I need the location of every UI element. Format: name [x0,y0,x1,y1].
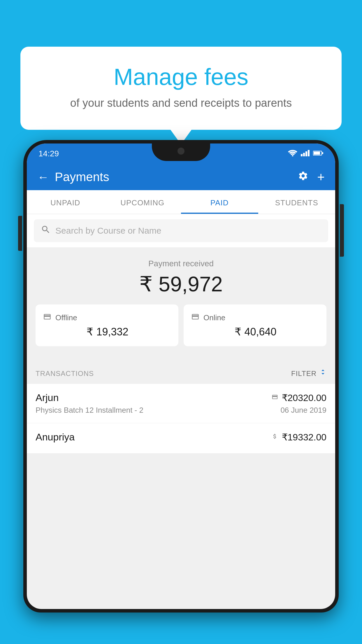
online-icon [191,313,200,323]
search-container: Search by Course or Name [27,214,335,247]
transaction-amount-value-arjun: ₹20320.00 [282,392,326,403]
transaction-top-anupriya: Anupriya ₹19332.00 [36,431,326,443]
camera-dot [178,148,184,155]
offline-label: Offline [55,313,77,322]
online-card-header: Online [191,313,319,323]
online-amount: ₹ 40,640 [191,326,319,338]
status-bar: 14:29 [27,144,335,164]
svg-rect-3 [305,151,307,156]
transaction-course-arjun: Physics Batch 12 Installment - 2 [36,406,143,415]
payment-received-label: Payment received [36,259,326,268]
transaction-row[interactable]: Arjun ₹20320.00 Physics Batch 12 Install… [27,384,335,423]
header-icons: + [298,170,325,184]
bubble-title: Manage fees [35,64,327,90]
transaction-amount-value-anupriya: ₹19332.00 [282,432,326,443]
svg-rect-4 [308,150,310,156]
tabs-bar: UNPAID UPCOMING PAID STUDENTS [27,190,335,214]
bubble-subtitle: of your students and send receipts to pa… [35,97,327,109]
svg-rect-6 [314,152,320,155]
offline-amount: ₹ 19,332 [43,326,171,338]
transactions-label: TRANSACTIONS [36,370,94,378]
phone-outer: 14:29 [23,140,339,612]
transaction-amount-arjun: ₹20320.00 [271,392,326,403]
offline-payment-card: Offline ₹ 19,332 [36,304,178,346]
offline-icon [43,313,52,323]
payment-received-section: Payment received ₹ 59,972 Offline [27,247,335,363]
svg-rect-7 [322,152,323,154]
svg-rect-1 [301,154,303,156]
search-placeholder-text: Search by Course or Name [55,226,161,236]
payment-received-amount: ₹ 59,972 [36,272,326,296]
svg-point-0 [292,155,294,156]
search-bar[interactable]: Search by Course or Name [34,219,328,242]
transaction-bottom-arjun: Physics Batch 12 Installment - 2 06 June… [36,406,326,415]
transaction-row[interactable]: Anupriya ₹19332.00 [27,423,335,454]
phone-screen: 14:29 [27,144,335,609]
transactions-header: TRANSACTIONS FILTER [27,363,335,384]
offline-card-header: Offline [43,313,171,323]
transaction-top-arjun: Arjun ₹20320.00 [36,392,326,403]
app-title: Payments [55,170,292,184]
tab-students[interactable]: STUDENTS [258,190,335,214]
transaction-name-arjun: Arjun [36,392,59,403]
tab-unpaid[interactable]: UNPAID [27,190,104,214]
status-time: 14:29 [38,149,59,158]
settings-button[interactable] [298,171,308,184]
tab-paid[interactable]: PAID [181,190,258,214]
transaction-name-anupriya: Anupriya [36,431,75,443]
svg-rect-2 [303,153,305,156]
payment-type-icon-arjun [271,393,279,402]
transaction-date-arjun: 06 June 2019 [280,406,326,415]
payment-type-icon-anupriya [271,433,279,442]
online-label: Online [203,313,225,322]
speech-bubble: Manage fees of your students and send re… [20,47,342,130]
add-button[interactable]: + [317,170,325,184]
tab-upcoming[interactable]: UPCOMING [104,190,181,214]
signal-icon [301,149,310,158]
phone-frame: 14:29 [23,140,339,644]
filter-label: FILTER [291,370,317,378]
wifi-icon [288,149,297,158]
status-icons [288,149,324,158]
battery-icon [313,150,324,157]
search-icon [41,225,51,237]
filter-button[interactable]: FILTER [291,369,326,378]
filter-icon [319,369,326,378]
transaction-amount-anupriya: ₹19332.00 [271,432,326,443]
back-button[interactable]: ← [37,171,49,184]
online-payment-card: Online ₹ 40,640 [184,304,326,346]
app-header: ← Payments + [27,164,335,190]
payment-cards: Offline ₹ 19,332 Online [36,304,326,354]
